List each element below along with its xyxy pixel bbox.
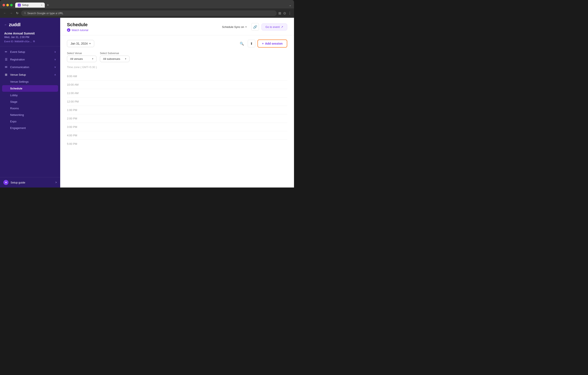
schedule-sync-label: Schedule Sync on [222,25,244,29]
time-label-1500: 3:00 PM [67,125,82,129]
back-button[interactable]: ← [2,11,7,16]
go-to-event-label: Go to event [265,25,280,29]
split-view-icon[interactable]: ⊞ [278,11,281,15]
external-link-icon: ↗ [281,25,283,29]
sidebar-item-stage[interactable]: Stage [0,99,60,105]
import-button[interactable]: ⬆ [248,40,255,47]
sidebar-item-rooms[interactable]: Rooms [0,105,60,112]
venue-select-value: All venues [70,57,83,60]
page-title: Schedule [67,22,88,27]
add-session-button[interactable]: + Add session [257,40,287,48]
date-dropdown-chevron-icon: ▾ [89,42,91,45]
copy-event-id-button[interactable]: ⧉ [33,40,35,43]
venue-setup-chevron-icon: ∧ [54,73,56,76]
sidebar-item-venue-setup[interactable]: ⊞ Venue Setup ∧ [0,71,60,78]
sidebar-item-engagement[interactable]: Engagement [0,125,60,131]
time-slot: 1:00 PM [67,106,287,114]
event-id-row: Event ID: 9fd6b68f-c91e-... ⧉ [4,40,56,43]
copy-link-button[interactable]: 🔗 [251,23,259,31]
event-info: Acme Annual Summit Wed, Jan 31, 2:00 PM … [0,30,60,46]
subvenue-dropdown-chevron-icon: ▾ [125,57,126,60]
browser-actions: ⊞ ⊙ ⋮ [278,11,292,15]
more-options-icon[interactable]: ⋮ [288,11,292,15]
close-window-button[interactable] [2,4,5,6]
venue-setup-sub-nav: Venue Settings Schedule Lobby Stage Room… [0,78,60,131]
communication-chevron-icon: ∨ [54,66,56,68]
watch-tutorial-button[interactable]: ▶ Watch tutorial [67,28,88,32]
setup-guide-arrow-icon: > [55,181,57,184]
communication-icon: ✉ [4,65,8,69]
setup-guide-star-icon: ★ [3,180,9,185]
schedule-sync-button[interactable]: Schedule Sync on ▾ [220,24,249,30]
add-session-plus-icon: + [262,42,264,45]
venue-filter-row: Select Venue All venues ▾ Select Subvenu… [67,52,287,62]
time-label-900: 9:00 AM [67,75,82,78]
venue-filter-group: Select Venue All venues ▾ [67,52,96,62]
date-picker-dropdown[interactable]: Jan 31, 2024 ▾ [67,40,94,47]
time-label-1400: 2:00 PM [67,117,82,120]
play-icon: ▶ [67,28,70,32]
time-label-1000: 10:00 AM [67,83,82,86]
browser-window: Z Setup × + ⌄ ← → ↻ G Search Google or t… [0,0,294,188]
tab-expand-button[interactable]: ⌄ [289,3,292,7]
sidebar-item-lobby[interactable]: Lobby [0,92,60,99]
tab-title: Setup [22,4,29,7]
schedule-body: Jan 31, 2024 ▾ 🔍 ⬆ + Add session [60,35,294,152]
time-slot: 3:00 PM [67,123,287,131]
date-value: Jan 31, 2024 [71,42,88,45]
sidebar-item-communication[interactable]: ✉ Communication ∨ [0,63,60,71]
minimize-window-button[interactable] [6,4,9,6]
link-icon: 🔗 [253,25,257,29]
header-right: Schedule Sync on ▾ 🔗 Go to event ↗ [220,23,287,31]
sidebar-item-venue-settings[interactable]: Venue Settings [0,78,60,85]
schedule-actions: 🔍 ⬆ + Add session [238,40,287,48]
event-setup-chevron-icon: ∨ [54,51,56,53]
time-slot: 11:00 AM [67,89,287,97]
add-session-label: Add session [265,42,283,45]
time-slot: 10:00 AM [67,80,287,89]
go-to-event-button[interactable]: Go to event ↗ [262,23,287,31]
traffic-lights [2,4,13,6]
time-slot: 12:00 PM [67,97,287,106]
back-to-events-button[interactable]: ← [4,23,7,26]
schedule-timeline: 9:00 AM 10:00 AM 11:00 AM 12:00 PM [67,72,287,148]
sidebar-item-communication-label: Communication [10,66,29,69]
registration-icon: ☰ [4,58,8,61]
import-icon: ⬆ [250,42,253,46]
forward-button[interactable]: → [9,11,13,16]
url-bar[interactable]: G Search Google or type a URL [21,10,277,16]
tab-close-button[interactable]: × [41,4,42,6]
sidebar-item-venue-setup-label: Venue Setup [10,73,26,76]
sidebar-item-networking[interactable]: Networking [0,112,60,118]
sidebar-item-registration[interactable]: ☰ Registration ∨ [0,55,60,63]
subvenue-select-dropdown[interactable]: All subvenues ▾ [100,55,129,62]
search-icon: 🔍 [240,42,244,46]
time-slot: 9:00 AM [67,72,287,80]
maximize-window-button[interactable] [10,4,13,6]
sidebar-item-event-setup[interactable]: ✏ Event Setup ∨ [0,48,60,55]
sidebar: ← zuddl Acme Annual Summit Wed, Jan 31, … [0,18,60,188]
event-setup-icon: ✏ [4,50,8,54]
content-header: Schedule ▶ Watch tutorial Schedule Sync … [60,18,294,35]
search-sessions-button[interactable]: 🔍 [238,40,246,47]
time-slot: 2:00 PM [67,114,287,123]
sidebar-item-expo[interactable]: Expo [0,118,60,125]
url-text: Search Google or type a URL [27,12,63,15]
time-slot: 5:00 PM [67,140,287,148]
event-id-text: Event ID: 9fd6b68f-c91e-... [4,40,32,43]
event-date: Wed, Jan 31, 2:00 PM [4,36,56,39]
new-tab-button[interactable]: + [46,3,50,7]
active-tab[interactable]: Z Setup × [15,2,45,8]
sidebar-item-registration-label: Registration [10,58,25,61]
tab-favicon-icon: Z [18,4,21,7]
venue-select-dropdown[interactable]: All venues ▾ [67,55,96,62]
watch-tutorial-label: Watch tutorial [72,29,88,32]
reload-button[interactable]: ↻ [15,11,20,16]
sidebar-item-schedule[interactable]: Schedule [2,85,58,92]
time-label-1200: 12:00 PM [67,100,82,103]
time-label-1100: 11:00 AM [67,91,82,95]
setup-guide-button[interactable]: ★ Setup guide > [0,177,60,188]
camera-icon[interactable]: ⊙ [283,11,286,15]
sidebar-logo-area: ← zuddl [0,18,60,30]
main-nav: ✏ Event Setup ∨ ☰ Registration ∨ [0,46,60,133]
